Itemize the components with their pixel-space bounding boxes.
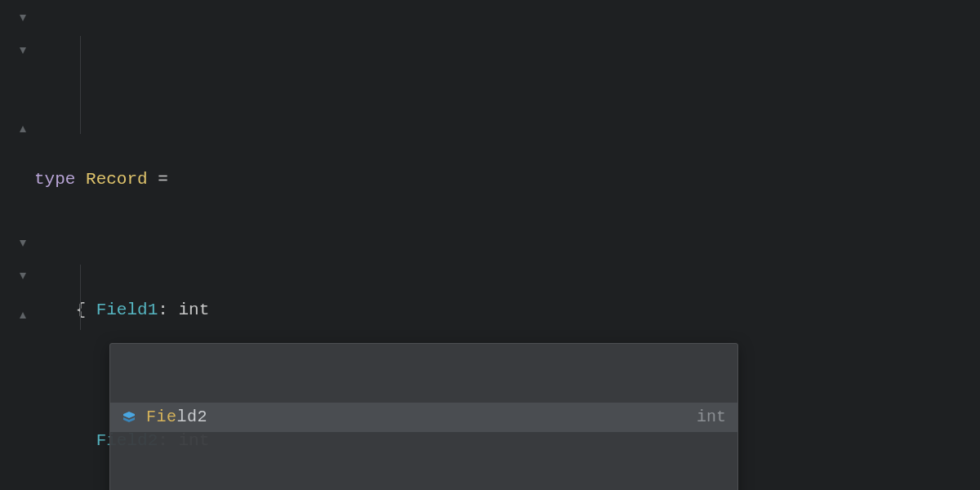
gutter — [0, 0, 34, 490]
equals: = — [158, 170, 168, 189]
completion-label: Field2 — [146, 403, 687, 432]
code-line[interactable]: type Record = — [34, 163, 980, 196]
fold-icon[interactable] — [16, 11, 31, 26]
code-line[interactable]: { Field1: int — [34, 294, 980, 327]
fold-icon[interactable] — [16, 122, 31, 137]
fold-icon[interactable] — [16, 44, 31, 59]
fold-icon[interactable] — [16, 237, 31, 252]
code-area[interactable]: type Record = { Field1: int Field2: int … — [34, 0, 980, 490]
fold-icon[interactable] — [16, 309, 31, 323]
field-icon — [122, 410, 136, 425]
code-editor[interactable]: type Record = { Field1: int Field2: int … — [0, 0, 980, 490]
colon: : — [158, 301, 168, 319]
keyword: type — [34, 170, 75, 189]
completion-type: int — [697, 403, 726, 432]
type-int: int — [178, 301, 209, 319]
type-name: Record — [86, 170, 148, 189]
completion-popup[interactable]: Field2 int Field3 int FieldFromAnotherRe… — [109, 343, 738, 490]
completion-item[interactable]: Field2 int — [110, 403, 737, 432]
fold-icon[interactable] — [16, 270, 31, 284]
field-name: Field1 — [96, 301, 158, 319]
